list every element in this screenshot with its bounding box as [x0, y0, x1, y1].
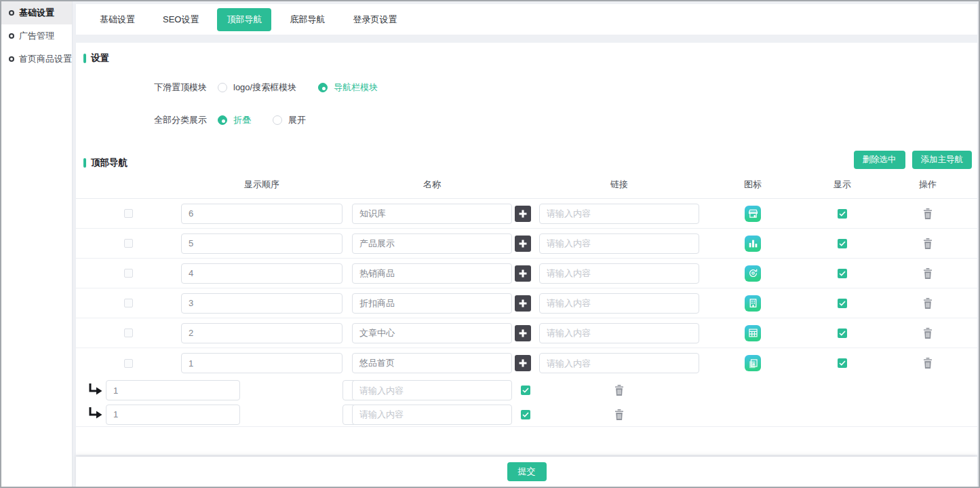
- trash-icon[interactable]: [923, 208, 933, 219]
- trash-icon[interactable]: [923, 328, 933, 339]
- delete-selected-button[interactable]: 删除选中: [854, 151, 905, 169]
- radio-logo-search-module[interactable]: logo/搜索框模块: [218, 81, 296, 94]
- trash-icon[interactable]: [923, 358, 933, 369]
- table-grid-icon[interactable]: [745, 325, 761, 341]
- col-name: 名称: [352, 179, 512, 191]
- link-input[interactable]: [539, 263, 699, 284]
- visible-checkbox[interactable]: [838, 358, 847, 368]
- footer-bar: 提交: [76, 457, 977, 487]
- visible-checkbox[interactable]: [838, 269, 847, 278]
- name-input[interactable]: [352, 204, 512, 224]
- add-sub-nav-button[interactable]: [515, 325, 531, 341]
- table-row: [76, 229, 977, 259]
- visible-checkbox[interactable]: [838, 239, 847, 248]
- radio-icon: [218, 115, 227, 125]
- setting-label: 下滑置顶模块: [154, 81, 207, 94]
- circle-icon: [9, 56, 14, 62]
- radio-label: 展开: [288, 114, 306, 126]
- link-input[interactable]: [539, 233, 699, 254]
- sidebar-item-home-goods[interactable]: 首页商品设置: [1, 48, 72, 71]
- row-select-checkbox[interactable]: [124, 269, 133, 278]
- sidebar-item-ad-management[interactable]: 广告管理: [1, 24, 72, 48]
- trash-icon[interactable]: [614, 385, 624, 396]
- bar-chart-icon[interactable]: [745, 236, 761, 252]
- link-input[interactable]: [539, 293, 699, 314]
- name-input[interactable]: [352, 293, 512, 314]
- sync-globe-icon[interactable]: [745, 265, 761, 282]
- add-main-nav-button[interactable]: 添加主导航: [912, 151, 973, 169]
- trash-icon[interactable]: [614, 409, 624, 420]
- visible-checkbox[interactable]: [838, 329, 847, 338]
- storefront-icon[interactable]: [745, 206, 761, 222]
- tab-login-page[interactable]: 登录页设置: [343, 8, 406, 31]
- name-input[interactable]: [352, 263, 512, 284]
- row-select-checkbox[interactable]: [124, 239, 133, 248]
- order-input[interactable]: [181, 293, 342, 314]
- sidebar-item-label: 首页商品设置: [19, 53, 72, 65]
- order-cell: [181, 353, 342, 373]
- order-input[interactable]: [106, 405, 240, 425]
- order-input[interactable]: [181, 233, 342, 254]
- order-cell: [181, 293, 342, 314]
- sub-level-arrow-icon: [87, 407, 102, 421]
- trash-icon[interactable]: [923, 268, 933, 279]
- tab-basic-settings[interactable]: 基础设置: [90, 8, 144, 31]
- table-row: [76, 199, 977, 229]
- submit-button[interactable]: 提交: [507, 462, 547, 481]
- building-icon[interactable]: [745, 295, 761, 312]
- sidebar-item-basic-settings[interactable]: 基础设置: [1, 1, 72, 24]
- order-input[interactable]: [181, 263, 342, 284]
- add-sub-nav-button[interactable]: [515, 206, 531, 222]
- tab-top-nav[interactable]: 顶部导航: [217, 8, 271, 31]
- visible-checkbox[interactable]: [838, 209, 847, 219]
- link-input[interactable]: [539, 323, 699, 343]
- link-input[interactable]: [539, 353, 699, 373]
- col-display-order: 显示顺序: [181, 179, 342, 191]
- tab-bottom-nav[interactable]: 底部导航: [280, 8, 334, 31]
- trash-icon[interactable]: [923, 238, 933, 249]
- link-input[interactable]: [352, 380, 512, 400]
- name-input[interactable]: [352, 323, 512, 343]
- name-input[interactable]: [352, 233, 512, 254]
- add-sub-nav-button[interactable]: [515, 265, 531, 282]
- link-input[interactable]: [539, 204, 699, 224]
- add-sub-nav-button[interactable]: [515, 355, 531, 371]
- tab-seo-settings[interactable]: SEO设置: [153, 8, 208, 31]
- col-action: 操作: [878, 179, 977, 191]
- settings-section-header: 设置: [83, 52, 977, 64]
- main-panel: 设置 下滑置顶模块 logo/搜索框模块 导航栏模块 全部分类展示 折叠 展开 …: [76, 43, 977, 455]
- table-row: [76, 348, 977, 378]
- order-input[interactable]: [106, 380, 240, 400]
- setting-row-category-display: 全部分类展示 折叠 展开: [154, 114, 977, 126]
- row-select-checkbox[interactable]: [124, 329, 133, 337]
- row-select-checkbox[interactable]: [124, 299, 133, 307]
- name-input[interactable]: [352, 353, 512, 373]
- radio-expand[interactable]: 展开: [273, 114, 306, 126]
- col-icon: 图标: [699, 179, 806, 191]
- table-row: [76, 318, 977, 348]
- order-input[interactable]: [181, 323, 342, 343]
- order-input[interactable]: [181, 353, 342, 373]
- pages-icon[interactable]: [745, 355, 761, 371]
- visible-checkbox[interactable]: [838, 299, 847, 308]
- table-row: [76, 288, 977, 318]
- section-title: 顶部导航: [91, 157, 128, 169]
- col-link: 链接: [539, 179, 699, 191]
- visible-checkbox[interactable]: [521, 410, 530, 419]
- add-sub-nav-button[interactable]: [515, 236, 531, 252]
- trash-icon[interactable]: [923, 298, 933, 309]
- row-select-checkbox[interactable]: [124, 209, 133, 218]
- top-nav-section-header-row: 顶部导航 删除选中 添加主导航: [83, 151, 972, 169]
- col-show: 显示: [806, 179, 878, 191]
- radio-collapse[interactable]: 折叠: [218, 114, 251, 126]
- link-input[interactable]: [352, 405, 512, 425]
- nav-rows: [76, 199, 977, 427]
- radio-icon: [218, 83, 227, 92]
- add-sub-nav-button[interactable]: [515, 295, 531, 312]
- visible-checkbox[interactable]: [521, 386, 530, 395]
- sub-level-arrow-icon: [87, 383, 102, 398]
- order-input[interactable]: [181, 204, 342, 224]
- radio-navbar-module[interactable]: 导航栏模块: [318, 81, 378, 94]
- row-select-checkbox[interactable]: [124, 359, 133, 368]
- section-bar: [83, 54, 86, 63]
